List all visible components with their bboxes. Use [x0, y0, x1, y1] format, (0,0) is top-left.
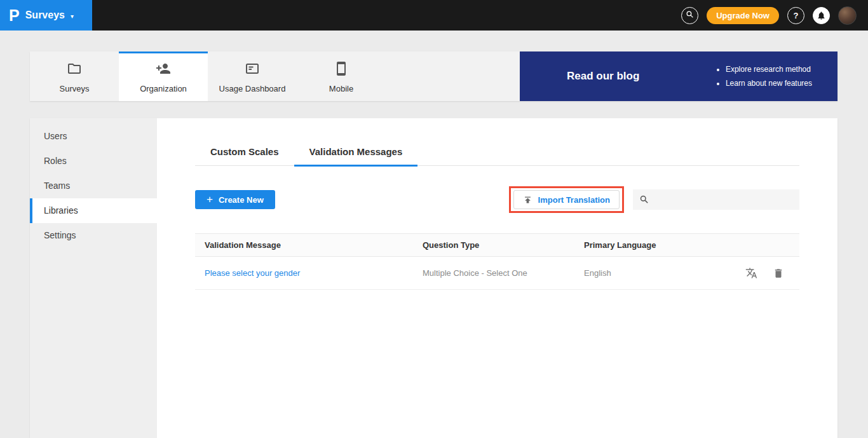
sidebar-item-teams[interactable]: Teams — [30, 174, 157, 198]
nav-tab-label: Surveys — [60, 84, 90, 93]
row-actions — [745, 267, 799, 279]
nav-tab-label: Mobile — [329, 84, 353, 93]
promo-bullets: Explore research method Learn about new … — [715, 62, 812, 90]
top-navigation: Surveys Organization Usage Dashboard — [30, 51, 837, 101]
folder-icon — [67, 61, 82, 79]
validation-message-link[interactable]: Please select your gender — [205, 268, 300, 278]
nav-tab-label: Organization — [140, 84, 187, 93]
upgrade-now-button[interactable]: Upgrade Now — [707, 7, 779, 24]
promo-bullet: Explore research method — [726, 62, 812, 76]
sidebar-item-settings[interactable]: Settings — [30, 223, 157, 248]
dashboard-icon — [245, 61, 260, 79]
translate-icon[interactable] — [745, 267, 757, 279]
questionpro-logo: P — [9, 8, 20, 24]
header-primary-language: Primary Language — [584, 240, 799, 250]
blog-promo-banner[interactable]: Read our blog Explore research method Le… — [520, 51, 837, 101]
import-translation-button[interactable]: Import Translation — [513, 190, 620, 209]
table-row: Please select your gender Multiple Choic… — [195, 257, 799, 290]
settings-sidebar: Users Roles Teams Libraries Settings — [30, 118, 157, 438]
promo-title: Read our blog — [567, 70, 639, 83]
create-new-label: Create New — [219, 195, 264, 205]
chevron-down-icon: ▾ — [71, 13, 74, 20]
main-panel: Users Roles Teams Libraries Settings Cus… — [30, 118, 837, 438]
bell-icon — [817, 11, 826, 20]
table-header-row: Validation Message Question Type Primary… — [195, 233, 799, 257]
toolbar: + Create New Import Translation — [195, 186, 799, 213]
nav-tab-surveys[interactable]: Surveys — [30, 51, 119, 101]
sidebar-item-roles[interactable]: Roles — [30, 149, 157, 174]
libraries-content: Custom Scales Validation Messages + Crea… — [157, 118, 837, 438]
mobile-icon — [334, 61, 349, 79]
nav-tabs: Surveys Organization Usage Dashboard — [30, 51, 520, 101]
delete-icon[interactable] — [773, 268, 784, 279]
avatar[interactable] — [838, 6, 857, 25]
validation-messages-table: Validation Message Question Type Primary… — [195, 233, 799, 290]
nav-tab-label: Usage Dashboard — [219, 84, 286, 93]
header-validation-message: Validation Message — [195, 240, 423, 250]
header-question-type: Question Type — [423, 240, 584, 250]
nav-tab-usage-dashboard[interactable]: Usage Dashboard — [208, 51, 297, 101]
tab-custom-scales[interactable]: Custom Scales — [195, 144, 294, 165]
search-icon — [639, 195, 649, 207]
sidebar-item-users[interactable]: Users — [30, 124, 157, 149]
plus-icon: + — [207, 193, 213, 206]
question-mark-icon: ? — [794, 11, 799, 20]
library-tabs: Custom Scales Validation Messages — [195, 144, 799, 166]
help-button[interactable]: ? — [787, 7, 804, 24]
highlight-annotation: Import Translation — [509, 186, 624, 213]
brand-menu[interactable]: P Surveys ▾ — [0, 0, 92, 31]
create-new-button[interactable]: + Create New — [195, 190, 275, 209]
primary-language-cell: English — [584, 268, 611, 278]
upload-icon — [523, 195, 532, 205]
nav-tab-mobile[interactable]: Mobile — [297, 51, 386, 101]
search-icon — [686, 10, 694, 20]
question-type-cell: Multiple Choice - Select One — [423, 268, 584, 278]
nav-tab-organization[interactable]: Organization — [119, 51, 208, 101]
topbar: P Surveys ▾ Upgrade Now ? — [0, 0, 868, 31]
notifications-button[interactable] — [813, 7, 830, 24]
promo-bullet: Learn about new features — [726, 76, 812, 90]
sidebar-item-libraries[interactable]: Libraries — [30, 198, 157, 223]
toolbar-right: Import Translation — [509, 186, 799, 213]
search-input[interactable] — [633, 189, 799, 210]
search-box — [633, 189, 799, 210]
tab-validation-messages[interactable]: Validation Messages — [294, 144, 418, 165]
import-translation-label: Import Translation — [538, 195, 610, 205]
search-button[interactable] — [681, 7, 698, 24]
add-people-icon — [156, 61, 171, 79]
product-name: Surveys — [25, 10, 65, 21]
topbar-actions: Upgrade Now ? — [681, 6, 868, 25]
